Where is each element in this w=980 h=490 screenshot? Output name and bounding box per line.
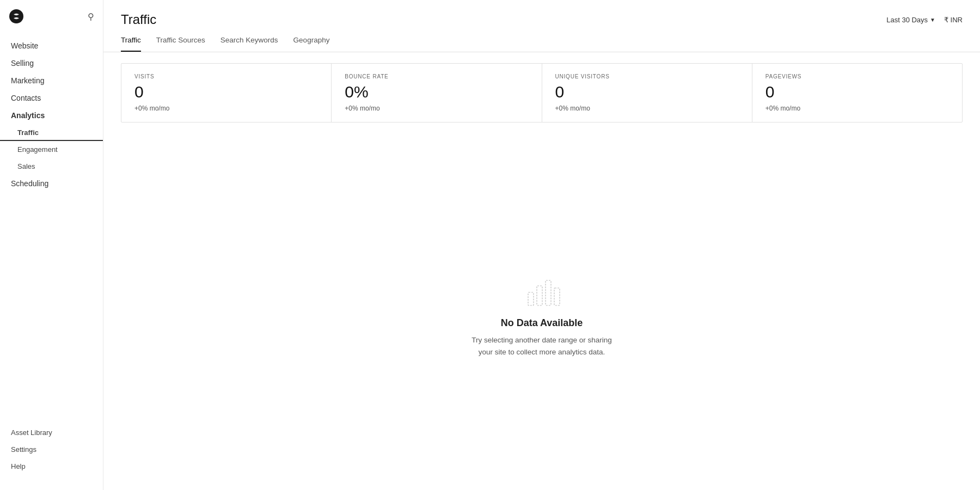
sidebar-item-contacts[interactable]: Contacts [0, 89, 103, 107]
no-data-subtitle: Try selecting another date range or shar… [471, 334, 612, 358]
sidebar: ⚲ Website Selling Marketing Contacts Ana… [0, 0, 103, 490]
stat-label-visits: VISITS [134, 74, 318, 79]
header-controls: Last 30 Days ▼ ₹ INR [886, 16, 963, 24]
sidebar-item-marketing[interactable]: Marketing [0, 72, 103, 89]
stat-value-bounce-rate: 0% [345, 83, 528, 101]
sidebar-item-settings[interactable]: Settings [11, 443, 92, 456]
svg-rect-1 [528, 292, 534, 305]
no-data-section: No Data Available Try selecting another … [103, 144, 980, 490]
stat-change-pageviews: +0% mo/mo [765, 105, 949, 112]
tab-traffic-sources[interactable]: Traffic Sources [156, 36, 205, 52]
svg-rect-2 [537, 286, 542, 305]
stat-label-bounce-rate: BOUNCE RATE [345, 74, 528, 79]
stat-change-bounce-rate: +0% mo/mo [345, 105, 528, 112]
stat-change-unique-visitors: +0% mo/mo [555, 105, 739, 112]
sidebar-item-scheduling[interactable]: Scheduling [0, 175, 103, 192]
sidebar-navigation: Website Selling Marketing Contacts Analy… [0, 37, 103, 418]
sidebar-item-traffic[interactable]: Traffic [0, 124, 103, 141]
no-data-title: No Data Available [501, 317, 583, 329]
empty-chart-icon [523, 276, 561, 309]
sidebar-item-selling[interactable]: Selling [0, 54, 103, 72]
stats-row: VISITS 0 +0% mo/mo BOUNCE RATE 0% +0% mo… [121, 63, 963, 122]
tab-traffic[interactable]: Traffic [121, 36, 141, 52]
stat-label-pageviews: PAGEVIEWS [765, 74, 949, 79]
stat-value-pageviews: 0 [765, 83, 949, 101]
sidebar-item-asset-library[interactable]: Asset Library [11, 426, 92, 439]
date-range-selector[interactable]: Last 30 Days ▼ [886, 16, 935, 24]
stat-value-unique-visitors: 0 [555, 83, 739, 101]
page-header: Traffic Last 30 Days ▼ ₹ INR [103, 0, 980, 27]
currency-label: ₹ INR [944, 16, 963, 24]
squarespace-logo[interactable] [9, 9, 24, 24]
sidebar-bottom: Asset Library Settings Help [0, 418, 103, 481]
tab-search-keywords[interactable]: Search Keywords [220, 36, 278, 52]
svg-rect-4 [554, 288, 560, 305]
stat-card-unique-visitors: UNIQUE VISITORS 0 +0% mo/mo [542, 64, 752, 122]
stat-value-visits: 0 [134, 83, 318, 101]
sidebar-item-analytics[interactable]: Analytics [0, 107, 103, 124]
sidebar-item-sales[interactable]: Sales [0, 158, 103, 175]
tabs-bar: Traffic Traffic Sources Search Keywords … [103, 27, 980, 52]
page-title: Traffic [121, 12, 156, 27]
svg-point-0 [9, 9, 23, 23]
svg-rect-3 [546, 280, 551, 305]
main-content: Traffic Last 30 Days ▼ ₹ INR Traffic Tra… [103, 0, 980, 490]
chevron-down-icon: ▼ [930, 17, 935, 23]
stat-card-visits: VISITS 0 +0% mo/mo [121, 64, 332, 122]
sidebar-item-help[interactable]: Help [11, 460, 92, 473]
search-icon[interactable]: ⚲ [88, 11, 94, 22]
sidebar-header: ⚲ [0, 9, 103, 37]
stat-change-visits: +0% mo/mo [134, 105, 318, 112]
stat-card-pageviews: PAGEVIEWS 0 +0% mo/mo [752, 64, 962, 122]
sidebar-item-website[interactable]: Website [0, 37, 103, 54]
sidebar-item-engagement[interactable]: Engagement [0, 141, 103, 158]
stat-label-unique-visitors: UNIQUE VISITORS [555, 74, 739, 79]
tab-geography[interactable]: Geography [293, 36, 330, 52]
stat-card-bounce-rate: BOUNCE RATE 0% +0% mo/mo [332, 64, 542, 122]
